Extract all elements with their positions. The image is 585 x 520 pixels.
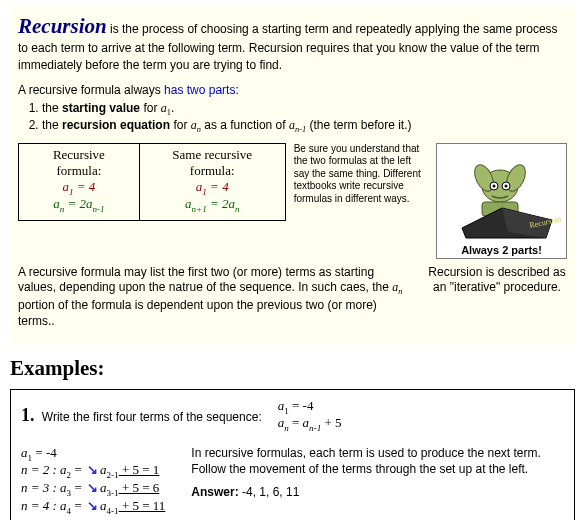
ex1-num: 1. bbox=[21, 405, 35, 425]
parts-colon: : bbox=[235, 83, 238, 97]
g1c: = -4 bbox=[289, 398, 314, 413]
parts-lead: A recursive formula always has two parts… bbox=[18, 83, 567, 97]
goblin-illustration: Recursion bbox=[441, 148, 562, 242]
t-r4b: n+1 bbox=[191, 204, 206, 214]
parts-lead-text: A recursive formula always bbox=[18, 83, 164, 97]
wCf: + 5 = 11 bbox=[119, 498, 166, 513]
intro-paragraph: Recursion is the process of choosing a s… bbox=[18, 12, 567, 73]
formula-cell-right: Same recursive formula: a1 = 4 an+1 = 2a… bbox=[139, 143, 285, 220]
answer-label: Answer: bbox=[191, 485, 238, 499]
side-note: Be sure you understand that the two form… bbox=[294, 143, 428, 206]
dependent-note: A recursive formula may list the first t… bbox=[18, 265, 415, 330]
t-r2c: = 2 bbox=[64, 196, 86, 211]
example-1-work-row: a1 = -4 n = 2 : a2 = ↘a2-1 + 5 = 1 n = 3… bbox=[21, 445, 564, 515]
wCc: = bbox=[71, 498, 85, 513]
dep-sub: n bbox=[398, 287, 402, 296]
wAf: + 5 = 1 bbox=[119, 462, 160, 477]
parts-list-item-1: the starting value for a1. bbox=[42, 101, 567, 117]
example-1-box: 1. Write the first four terms of the seq… bbox=[10, 389, 575, 520]
li2-c: for bbox=[170, 118, 191, 132]
t-r4e: n bbox=[235, 204, 240, 214]
li2-a: the bbox=[42, 118, 62, 132]
iterative-note: Recursion is described as an "iterative"… bbox=[427, 265, 567, 296]
li1-c: for bbox=[140, 101, 161, 115]
mid-row: Recursive formula: a1 = 4 an = 2an-1 Sam… bbox=[18, 143, 567, 259]
t-r2e: n-1 bbox=[93, 204, 105, 214]
wBf: + 5 = 6 bbox=[119, 480, 160, 495]
li2-b: recursion equation bbox=[62, 118, 170, 132]
formula-cell-left: Recursive formula: a1 = 4 an = 2an-1 bbox=[19, 143, 140, 220]
parts-list: the starting value for a1. the recursion… bbox=[42, 101, 567, 135]
g2f: + 5 bbox=[321, 415, 341, 430]
wBe: 3-1 bbox=[107, 488, 119, 498]
wCe: 4-1 bbox=[107, 505, 119, 515]
example-1-explain: In recursive formulas, each term is used… bbox=[191, 445, 564, 499]
t-r1c: = 4 bbox=[74, 179, 96, 194]
wAe: 2-1 bbox=[107, 470, 119, 480]
dep-l4: portion of the formula is dependent upon… bbox=[18, 298, 377, 328]
li1-a: the bbox=[42, 101, 62, 115]
dependent-note-row: A recursive formula may list the first t… bbox=[18, 265, 567, 330]
t-r3c: = 4 bbox=[207, 179, 229, 194]
answer-value: -4, 1, 6, 11 bbox=[239, 485, 300, 499]
tbl-h2: Same recursive formula: bbox=[172, 147, 252, 178]
formula-table: Recursive formula: a1 = 4 an = 2an-1 Sam… bbox=[18, 143, 286, 221]
svg-point-5 bbox=[492, 184, 495, 187]
wA: n = 2 : bbox=[21, 462, 60, 477]
li2-i: (the term before it.) bbox=[306, 118, 411, 132]
svg-point-6 bbox=[504, 184, 507, 187]
example-1-work: a1 = -4 n = 2 : a2 = ↘a2-1 + 5 = 1 n = 3… bbox=[21, 445, 165, 515]
recursion-heading: Recursion bbox=[18, 14, 107, 38]
li2-f: as a function of bbox=[201, 118, 289, 132]
tbl-h1: Recursive formula: bbox=[53, 147, 105, 178]
wB: n = 3 : bbox=[21, 480, 60, 495]
w0c: = -4 bbox=[32, 445, 57, 460]
dep-l1: A recursive formula may list the first t… bbox=[18, 265, 392, 295]
li2-sub2: n-1 bbox=[295, 126, 306, 135]
arrow-icon-2: ↘ bbox=[87, 480, 98, 495]
ex1-explain-text: In recursive formulas, each term is used… bbox=[191, 445, 564, 477]
arrow-icon-3: ↘ bbox=[87, 498, 98, 513]
examples-heading: Examples: bbox=[10, 356, 575, 381]
wBc: = bbox=[71, 480, 85, 495]
li1-dot: . bbox=[171, 101, 174, 115]
wAc: = bbox=[71, 462, 85, 477]
li1-b: starting value bbox=[62, 101, 140, 115]
illustration-caption: Always 2 parts! bbox=[441, 244, 562, 256]
ex1-given: a1 = -4 an = an-1 + 5 bbox=[278, 398, 342, 433]
t-r4c: = 2 bbox=[207, 196, 229, 211]
example-1-prompt-row: 1. Write the first four terms of the seq… bbox=[21, 398, 564, 433]
illustration-box: Recursion Always 2 parts! bbox=[436, 143, 567, 259]
ex1-prompt-text: Write the first four terms of the sequen… bbox=[42, 410, 262, 424]
wC: n = 4 : bbox=[21, 498, 60, 513]
arrow-icon-1: ↘ bbox=[87, 462, 98, 477]
example-1-prompt: 1. Write the first four terms of the seq… bbox=[21, 405, 262, 426]
parts-list-item-2: the recursion equation for an as a funct… bbox=[42, 118, 567, 134]
g2c: = bbox=[289, 415, 303, 430]
has-two-parts-link[interactable]: has two parts bbox=[164, 83, 235, 97]
g2e: n-1 bbox=[309, 423, 321, 433]
intro-block: Recursion is the process of choosing a s… bbox=[10, 6, 575, 344]
